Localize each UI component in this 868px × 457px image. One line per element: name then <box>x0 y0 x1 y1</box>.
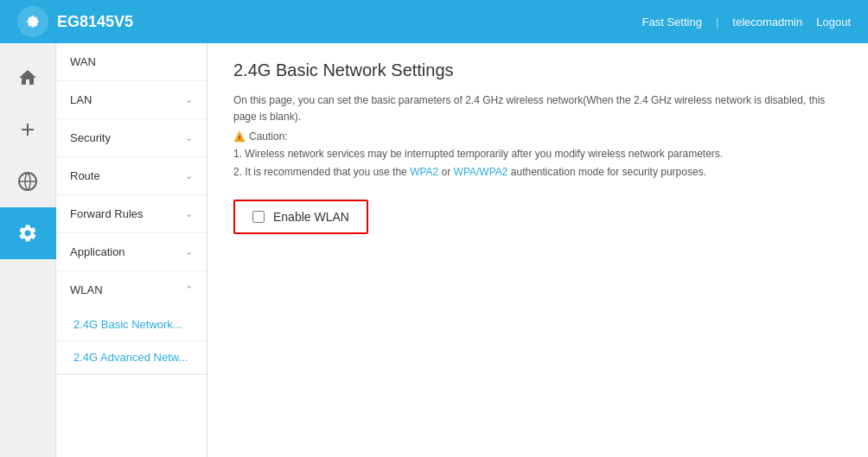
sidebar-section-lan: LAN ⌄ <box>56 81 207 119</box>
sidebar-2g-advanced-label: 2.4G Advanced Netw... <box>73 351 188 364</box>
sidebar-application-label: Application <box>70 245 125 258</box>
sidebar-section-forward-rules: Forward Rules ⌄ <box>56 195 207 233</box>
logout-link[interactable]: Logout <box>816 16 851 29</box>
page-title: 2.4G Basic Network Settings <box>233 60 842 80</box>
sidebar-item-2g-basic[interactable]: 2.4G Basic Network... <box>56 308 207 341</box>
sidebar-section-wan: WAN <box>56 43 207 81</box>
header: EG8145V5 Fast Setting | telecomadmin Log… <box>0 0 868 43</box>
huawei-logo-icon <box>17 6 48 37</box>
sidebar-icon-network[interactable] <box>0 156 56 207</box>
logo: EG8145V5 <box>17 6 133 37</box>
chevron-down-icon: ⌄ <box>185 132 193 143</box>
svg-text:!: ! <box>239 134 241 142</box>
sidebar-icon-plus[interactable] <box>0 104 56 156</box>
chevron-down-icon: ⌄ <box>185 208 193 219</box>
caution-block: ! Caution: 1. Wireless network services … <box>233 130 842 181</box>
caution-title: ! Caution: <box>233 130 842 143</box>
chevron-down-icon: ⌄ <box>185 94 193 105</box>
sidebar-section-application: Application ⌄ <box>56 233 207 271</box>
sidebar-route-header[interactable]: Route ⌄ <box>56 157 207 194</box>
sidebar-wan-label: WAN <box>70 55 96 68</box>
enable-wlan-label[interactable]: Enable WLAN <box>273 210 349 224</box>
caution-item-2: 2. It is recommended that you use the WP… <box>233 163 842 181</box>
enable-wlan-container[interactable]: Enable WLAN <box>233 200 368 234</box>
sidebar-forward-rules-label: Forward Rules <box>70 207 144 220</box>
sidebar-icon-home[interactable] <box>0 52 56 104</box>
sidebar-application-header[interactable]: Application ⌄ <box>56 233 207 270</box>
caution-item-1: 1. Wireless network services may be inte… <box>233 145 842 162</box>
content-description: On this page, you can set the basic para… <box>233 92 842 125</box>
sidebar-security-label: Security <box>70 131 111 144</box>
sidebar-section-wlan: WLAN ⌃ 2.4G Basic Network... 2.4G Advanc… <box>56 271 207 375</box>
sidebar-lan-header[interactable]: LAN ⌄ <box>56 81 207 118</box>
content-area: 2.4G Basic Network Settings On this page… <box>207 43 868 457</box>
sidebar-item-2g-advanced[interactable]: 2.4G Advanced Netw... <box>56 341 207 374</box>
wpa-wpa2-link: WPA/WPA2 <box>454 166 508 178</box>
fast-setting-link[interactable]: Fast Setting <box>642 16 702 29</box>
wpa2-link: WPA2 <box>410 166 438 178</box>
text-sidebar: WAN LAN ⌄ Security ⌄ Route ⌄ Forward Rul… <box>56 43 207 457</box>
chevron-down-icon: ⌄ <box>185 246 193 257</box>
sidebar-2g-basic-label: 2.4G Basic Network... <box>73 318 182 331</box>
sidebar-wlan-label: WLAN <box>70 283 103 296</box>
sidebar-security-header[interactable]: Security ⌄ <box>56 119 207 156</box>
sidebar-section-route: Route ⌄ <box>56 157 207 195</box>
header-nav: Fast Setting | telecomadmin Logout <box>642 16 851 29</box>
icon-sidebar <box>0 43 56 457</box>
chevron-down-icon: ⌄ <box>185 170 193 181</box>
sidebar-icon-settings[interactable] <box>0 207 56 259</box>
sidebar-wan-header[interactable]: WAN <box>56 43 207 80</box>
caution-label-text: Caution: <box>249 130 288 143</box>
sidebar-forward-rules-header[interactable]: Forward Rules ⌄ <box>56 195 207 232</box>
sidebar-route-label: Route <box>70 169 100 182</box>
sidebar-lan-label: LAN <box>70 93 92 106</box>
logo-text: EG8145V5 <box>57 13 133 31</box>
warning-icon: ! <box>233 130 246 143</box>
nav-divider: | <box>716 16 718 29</box>
sidebar-section-security: Security ⌄ <box>56 119 207 157</box>
enable-wlan-checkbox[interactable] <box>252 211 265 223</box>
chevron-up-icon: ⌃ <box>185 284 193 295</box>
user-link[interactable]: telecomadmin <box>732 16 802 29</box>
sidebar-wlan-header[interactable]: WLAN ⌃ <box>56 271 207 308</box>
main-layout: WAN LAN ⌄ Security ⌄ Route ⌄ Forward Rul… <box>0 43 868 457</box>
